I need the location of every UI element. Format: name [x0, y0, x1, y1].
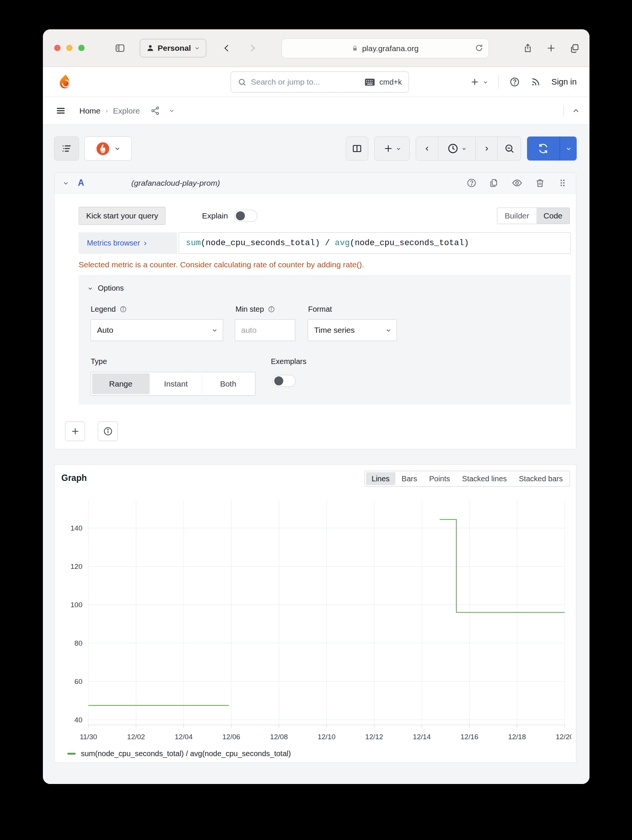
explain-toggle[interactable] [234, 210, 257, 222]
browser-chrome: Personal play.grafana.org [43, 29, 589, 67]
share-icon[interactable] [523, 43, 533, 54]
search-icon [238, 78, 246, 87]
browser-window: Personal play.grafana.org [43, 29, 589, 784]
run-query-button[interactable] [527, 136, 559, 161]
menu-icon[interactable] [56, 106, 66, 116]
lock-icon [352, 45, 358, 52]
tab-stacked-bars[interactable]: Stacked bars [513, 472, 569, 485]
news-rss-icon[interactable] [531, 77, 541, 87]
format-select[interactable]: Time series [308, 319, 397, 341]
query-help-icon[interactable] [466, 178, 477, 188]
time-range-picker[interactable] [438, 137, 475, 160]
chevron-down-icon[interactable] [169, 108, 174, 114]
breadcrumb-home[interactable]: Home [79, 106, 100, 115]
svg-text:12/02: 12/02 [127, 733, 145, 741]
graph-title: Graph [61, 473, 87, 483]
type-range-option[interactable]: Range [92, 373, 149, 394]
duplicate-query-icon[interactable] [489, 178, 499, 188]
legend-select[interactable]: Auto [91, 319, 223, 341]
metrics-browser-button[interactable]: Metrics browser › [79, 232, 177, 254]
split-view-button[interactable] [346, 136, 368, 161]
svg-text:12/16: 12/16 [461, 733, 478, 741]
svg-text:11/30: 11/30 [80, 733, 97, 741]
breadcrumb-right [564, 105, 580, 117]
zoom-window-button[interactable] [78, 45, 85, 51]
time-series-chart[interactable]: 11/3012/0212/0412/0612/0812/1012/1212/14… [55, 489, 572, 753]
tab-overview-icon[interactable] [570, 43, 580, 54]
svg-text:12/06: 12/06 [222, 733, 241, 741]
kick-start-query-button[interactable]: Kick start your query [79, 207, 166, 225]
person-icon [146, 44, 154, 52]
back-button[interactable] [222, 44, 231, 53]
close-window-button[interactable] [54, 45, 60, 51]
min-step-field[interactable] [235, 319, 295, 341]
help-icon[interactable] [509, 77, 520, 87]
new-tab-icon[interactable] [546, 43, 556, 53]
header-actions: Sign in [470, 67, 577, 97]
format-label: Format [308, 305, 332, 314]
chevron-down-icon [195, 46, 200, 51]
code-mode-button[interactable]: Code [537, 208, 570, 224]
svg-text:12/04: 12/04 [174, 733, 193, 741]
run-query-interval-dropdown[interactable] [559, 136, 577, 161]
chevron-down-icon [386, 327, 391, 333]
query-inspector-button[interactable] [98, 422, 118, 441]
breadcrumb-explore[interactable]: Explore [113, 106, 139, 115]
add-query-button[interactable] [65, 422, 85, 441]
share-shortlink-icon[interactable] [150, 106, 160, 115]
run-query-group [527, 136, 577, 161]
search-placeholder: Search or jump to... [251, 77, 360, 87]
disable-query-eye-icon[interactable] [512, 177, 523, 188]
svg-text:120: 120 [70, 562, 82, 570]
search-input[interactable]: Search or jump to... cmd+k [231, 71, 409, 93]
collapse-chevron-icon[interactable] [63, 180, 69, 186]
datasource-picker[interactable] [84, 136, 131, 161]
format-value: Time series [314, 325, 355, 335]
keyboard-icon [364, 78, 375, 86]
add-panel-button[interactable] [374, 136, 410, 161]
tab-points[interactable]: Points [424, 472, 456, 485]
prometheus-logo-icon [96, 142, 110, 156]
address-bar[interactable]: play.grafana.org [281, 38, 489, 58]
query-row-header[interactable]: A (grafanacloud-play-prom) [55, 172, 576, 194]
sidebar-toggle-icon[interactable] [114, 43, 126, 54]
info-icon [268, 306, 275, 313]
traffic-lights [54, 45, 85, 51]
outline-button[interactable] [54, 136, 79, 161]
legend-series-name: sum(node_cpu_seconds_total) / avg(node_c… [81, 749, 291, 758]
query-ref-id: A [78, 178, 84, 188]
chevron-down-icon [114, 145, 120, 152]
chart-legend[interactable]: sum(node_cpu_seconds_total) / avg(node_c… [67, 749, 291, 758]
promql-query-input[interactable]: sum(node_cpu_seconds_total) / avg(node_c… [179, 232, 571, 254]
tab-bars[interactable]: Bars [396, 472, 423, 485]
min-step-input[interactable] [235, 320, 295, 341]
time-forward-button[interactable] [475, 137, 497, 160]
svg-text:80: 80 [74, 639, 82, 647]
browser-actions [523, 29, 580, 67]
forward-button[interactable] [248, 44, 257, 53]
type-instant-option[interactable]: Instant [149, 373, 202, 394]
options-title: Options [98, 284, 124, 292]
explore-content: A (grafanacloud-play-prom) [43, 125, 589, 784]
builder-mode-button[interactable]: Builder [497, 208, 536, 224]
time-back-button[interactable] [416, 137, 438, 160]
toolbar-right [346, 136, 577, 161]
zoom-out-button[interactable] [497, 137, 521, 160]
exemplars-label: Exemplars [271, 357, 306, 366]
drag-handle-icon[interactable] [558, 178, 568, 188]
profile-menu-button[interactable]: Personal [139, 39, 206, 57]
minimize-window-button[interactable] [66, 45, 73, 51]
exemplars-toggle[interactable] [272, 375, 296, 387]
grafana-header: Search or jump to... cmd+k Sign in [43, 67, 589, 97]
options-header[interactable]: Options [88, 284, 124, 292]
chevron-up-icon[interactable] [572, 107, 580, 115]
sign-in-link[interactable]: Sign in [551, 77, 577, 87]
add-menu-button[interactable] [470, 77, 488, 87]
graph-style-tabs: Lines Bars Points Stacked lines Stacked … [364, 471, 570, 486]
remove-query-trash-icon[interactable] [535, 178, 545, 188]
grafana-logo[interactable] [56, 74, 72, 90]
tab-stacked-lines[interactable]: Stacked lines [456, 472, 512, 485]
reload-icon[interactable] [475, 44, 483, 52]
tab-lines[interactable]: Lines [366, 472, 395, 485]
type-both-option[interactable]: Both [202, 373, 254, 394]
